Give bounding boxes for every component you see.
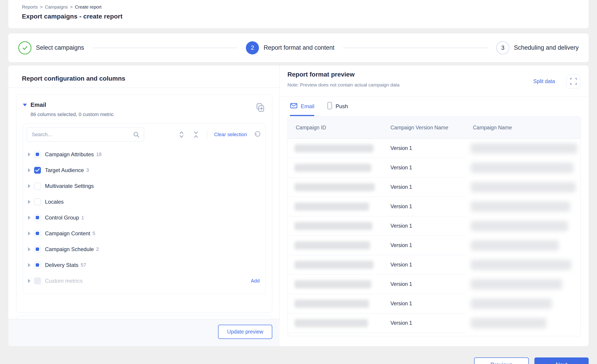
search-icon — [133, 131, 140, 139]
cell-campaign-version-name: Version 1 — [380, 158, 466, 178]
tree-item-count: 57 — [81, 262, 86, 268]
tree-item-checkbox[interactable] — [34, 214, 41, 221]
column-tree-item[interactable]: Campaign Schedule 2 — [26, 241, 261, 257]
next-button[interactable]: Next — [534, 357, 589, 364]
column-tree-item[interactable]: Custom metrics Add — [26, 273, 261, 289]
campaign-version-name: Version 1 — [380, 203, 412, 209]
step-number-badge: 3 — [496, 41, 509, 54]
chevron-right-icon[interactable] — [28, 216, 31, 220]
step-label: Select campaigns — [36, 44, 84, 51]
channel-tabs: Email Push — [280, 97, 589, 116]
collapse-caret-icon[interactable] — [23, 104, 27, 106]
table-row: Version 1 — [288, 313, 581, 333]
redacted-campaign-name — [471, 143, 577, 154]
chevron-right-icon[interactable] — [28, 200, 31, 204]
redacted-campaign-name — [471, 182, 576, 192]
redacted-campaign-name — [471, 299, 552, 309]
campaign-version-name: Version 1 — [380, 301, 412, 307]
redacted-campaign-name — [471, 260, 571, 270]
report-configuration-panel: Report configuration and columns Email 8… — [8, 65, 280, 346]
tree-item-checkbox[interactable] — [34, 167, 41, 174]
cell-campaign-version-name: Version 1 — [380, 255, 466, 275]
cell-campaign-id — [288, 255, 380, 275]
tab-push[interactable]: Push — [327, 97, 348, 116]
tree-item-checkbox[interactable] — [34, 151, 41, 158]
redacted-campaign-id — [294, 319, 368, 327]
chevron-right-icon[interactable] — [28, 263, 31, 267]
column-tree-item[interactable]: Target Audience 3 — [26, 162, 261, 178]
tree-item-checkbox[interactable] — [34, 183, 41, 189]
fullscreen-icon — [570, 77, 577, 85]
chevron-right-icon[interactable] — [28, 168, 31, 172]
redacted-campaign-name — [471, 163, 573, 173]
preview-table: Campaign ID Campaign Version Name Campai… — [287, 116, 581, 336]
chevron-right-icon[interactable] — [28, 247, 31, 251]
redacted-campaign-name — [471, 318, 546, 328]
step-complete-check-icon — [18, 41, 31, 54]
cell-campaign-name — [466, 216, 581, 236]
column-header-campaign-id: Campaign ID — [288, 117, 380, 139]
redacted-campaign-name — [471, 221, 568, 231]
split-data-link[interactable]: Split data — [533, 78, 555, 85]
tab-email[interactable]: Email — [290, 97, 314, 116]
search-input[interactable] — [32, 132, 131, 138]
step-connector — [343, 48, 488, 48]
cell-campaign-version-name: Version 1 — [380, 216, 466, 236]
cell-campaign-version-name: Version 1 — [380, 139, 466, 158]
tree-item-label: Campaign Content — [45, 230, 90, 237]
tree-item-checkbox[interactable] — [34, 278, 41, 284]
column-tree-item[interactable]: Campaign Attributes 18 — [26, 147, 261, 162]
table-row: Version 1 — [288, 178, 581, 197]
preview-table-header: Campaign ID Campaign Version Name Campai… — [288, 117, 581, 139]
redacted-campaign-id — [294, 241, 370, 249]
chevron-right-icon[interactable] — [28, 152, 31, 156]
add-custom-metric-link[interactable]: Add — [251, 278, 260, 284]
step-report-format[interactable]: 2 Report format and content — [246, 41, 334, 54]
tree-item-checkbox[interactable] — [34, 230, 41, 237]
cell-campaign-name — [466, 197, 581, 216]
breadcrumb-separator: > — [40, 5, 43, 10]
cell-campaign-name — [466, 158, 581, 178]
column-header-campaign-name: Campaign Name — [466, 117, 581, 139]
redacted-campaign-id — [294, 202, 369, 211]
previous-button[interactable]: Previous — [474, 357, 529, 364]
envelope-icon — [290, 102, 298, 110]
table-row: Version 1 — [288, 216, 581, 236]
tab-label: Push — [336, 103, 348, 109]
cell-campaign-id — [288, 216, 380, 236]
cell-campaign-id — [288, 236, 380, 255]
redacted-campaign-id — [294, 280, 371, 288]
reset-selection-icon[interactable] — [253, 130, 261, 139]
breadcrumb-campaigns[interactable]: Campaigns — [45, 5, 68, 10]
copy-columns-icon[interactable] — [255, 102, 265, 113]
tree-item-checkbox[interactable] — [34, 199, 41, 205]
cell-campaign-version-name: Version 1 — [380, 197, 466, 216]
collapse-all-icon[interactable] — [192, 130, 200, 139]
tree-item-count: 3 — [86, 167, 89, 173]
fullscreen-button[interactable] — [566, 74, 581, 88]
column-tree-item[interactable]: Multivariate Settings — [26, 178, 261, 194]
column-tree-item[interactable]: Control Group 1 — [26, 210, 261, 225]
table-row: Version 1 — [288, 197, 581, 216]
step-scheduling[interactable]: 3 Scheduling and delivery — [496, 41, 579, 54]
column-tree-item[interactable]: Locales — [26, 194, 261, 210]
campaign-version-name: Version 1 — [380, 320, 412, 326]
chevron-right-icon[interactable] — [28, 232, 31, 235]
preview-header: Report format preview Note: Preview does… — [287, 71, 581, 97]
update-preview-button[interactable]: Update preview — [218, 325, 272, 339]
breadcrumb: Reports > Campaigns > Create report — [22, 5, 589, 10]
column-tree-item[interactable]: Campaign Content 5 — [26, 225, 261, 241]
chevron-right-icon[interactable] — [28, 184, 31, 188]
step-select-campaigns[interactable]: Select campaigns — [18, 41, 84, 54]
tree-item-checkbox[interactable] — [34, 262, 41, 269]
chevron-right-icon[interactable] — [28, 279, 31, 283]
config-panel-footer: Update preview — [8, 319, 280, 346]
expand-all-icon[interactable] — [177, 130, 186, 139]
tree-item-checkbox[interactable] — [34, 246, 41, 253]
clear-selection-link[interactable]: Clear selection — [214, 132, 247, 138]
preview-table-body: Version 1 Version 1 Version 1 — [288, 139, 581, 333]
breadcrumb-reports[interactable]: Reports — [22, 5, 38, 10]
redacted-campaign-name — [471, 240, 559, 251]
column-tree-item[interactable]: Delivery Stats 57 — [26, 257, 261, 273]
column-header-campaign-version-name: Campaign Version Name — [380, 117, 466, 139]
